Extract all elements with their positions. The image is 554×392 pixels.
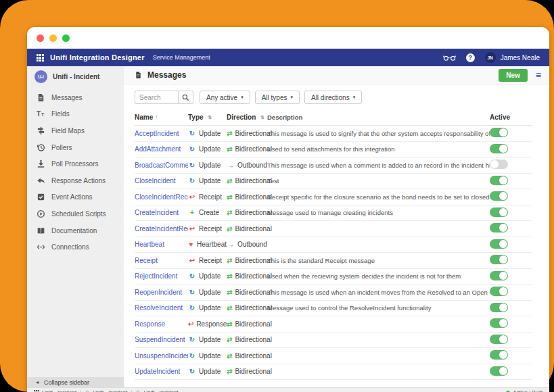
fields-icon — [37, 109, 45, 118]
direction-label: Bidirectional — [235, 320, 271, 328]
glasses-icon[interactable] — [443, 53, 456, 62]
message-name-link[interactable]: ReopenIncident — [135, 289, 182, 296]
bidirectional-icon: ⇄ — [227, 177, 232, 185]
message-name-link[interactable]: Receipt — [135, 257, 158, 264]
direction-label: Bidirectional — [235, 225, 271, 232]
active-toggle[interactable] — [490, 223, 508, 232]
message-name-link[interactable]: CreateIncident — [135, 209, 179, 216]
message-name-link[interactable]: AddAttachment — [135, 145, 181, 153]
footer-pinned-item[interactable]: Unifi - Incident — [85, 389, 127, 392]
filter-label: All directions — [311, 94, 350, 101]
direction-label: Bidirectional — [235, 257, 271, 264]
toggle-knob — [499, 335, 507, 343]
active-toggle[interactable] — [490, 207, 508, 217]
update-icon: ↻ — [188, 272, 196, 280]
toggle-knob — [499, 255, 507, 264]
description-text: This message is used when a comment is a… — [267, 162, 490, 169]
active-toggle[interactable] — [490, 144, 508, 153]
column-header-direction[interactable]: Direction⇅ — [227, 114, 267, 121]
maximize-window-button[interactable] — [62, 34, 70, 42]
minimize-window-button[interactable] — [49, 34, 57, 42]
message-name-link[interactable]: UnsuspendIncident — [135, 352, 188, 360]
message-name-link[interactable]: AcceptIncident — [135, 130, 179, 137]
message-name-link[interactable]: CloseIncidentReceipt — [135, 193, 188, 201]
sidebar: U-I Unifi - Incident Messages Fields Fie… — [27, 66, 124, 387]
sidebar-item-field-maps[interactable]: Field Maps — [27, 122, 124, 139]
update-icon: ↻ — [188, 336, 196, 343]
chevron-down-icon: ▾ — [353, 95, 356, 100]
table-row: CreateIncident + Create ⇄ Bidirectional … — [135, 205, 532, 222]
message-name-link[interactable]: SuspendIncident — [135, 336, 185, 343]
sidebar-item-connections[interactable]: Connections — [27, 239, 124, 255]
sidebar-item-event-actions[interactable]: Event Actions — [27, 189, 124, 206]
table-row: SuspendIncident ↻ Update ⇄ Bidirectional — [135, 333, 532, 349]
new-button[interactable]: New — [499, 69, 528, 82]
sidebar-item-messages[interactable]: Messages — [27, 89, 124, 106]
direction-label: Bidirectional — [235, 289, 271, 296]
table-row: ReopenIncident ↻ Update ⇄ Bidirectional … — [135, 285, 532, 301]
sidebar-item-label: Messages — [51, 94, 83, 101]
filter-toolbar: Any active ▾ All types ▾ All directions … — [124, 84, 549, 109]
type-label: Update — [199, 352, 221, 360]
app-title: Unifi Integration Designer — [50, 53, 145, 62]
close-window-button[interactable] — [37, 34, 44, 42]
sidebar-item-label: Field Maps — [51, 127, 85, 134]
search-button[interactable] — [178, 91, 193, 104]
active-toggle[interactable] — [490, 255, 508, 264]
sidebar-item-scheduled-scripts[interactable]: Scheduled Scripts — [27, 205, 124, 222]
toggle-knob — [499, 287, 507, 295]
active-toggle[interactable] — [490, 287, 508, 296]
messages-page-icon — [135, 71, 142, 79]
user-menu[interactable]: JN James Neale — [485, 52, 540, 63]
description-text: Test — [267, 177, 490, 185]
sidebar-item-response-actions[interactable]: Response Actions — [27, 172, 124, 189]
toggle-knob — [499, 192, 507, 200]
message-name-link[interactable]: UpdateIncident — [135, 368, 180, 375]
active-toggle[interactable] — [490, 191, 508, 201]
sidebar-item-label: Response Actions — [51, 177, 106, 185]
message-name-link[interactable]: Heartbeat — [135, 241, 164, 248]
description-text: Receipt specific for the closure scenari… — [267, 193, 490, 201]
footer-item-label: Unifi - Incident — [143, 389, 178, 392]
description-text: Used when the recieving system decides t… — [267, 272, 490, 280]
update-icon: ↻ — [188, 304, 196, 312]
message-name-link[interactable]: ResolveIncident — [135, 304, 183, 312]
message-name-link[interactable]: Response — [135, 320, 165, 328]
sidebar-item-documentation[interactable]: Documentation — [27, 222, 124, 239]
column-header-type[interactable]: Type⇅ — [188, 114, 227, 121]
menu-icon[interactable]: ≡ — [536, 70, 541, 80]
message-name-link[interactable]: CreateIncidentReceipt — [135, 225, 188, 232]
download-icon — [37, 160, 45, 168]
table-row: UpdateIncident ↻ Update ⇄ Bidirectional — [135, 364, 532, 381]
filter-dropdown-any-active[interactable]: Any active ▾ — [200, 91, 250, 104]
active-toggle[interactable] — [490, 318, 508, 328]
message-name-link[interactable]: RejectIncident — [135, 272, 177, 280]
app-launcher-grid-icon[interactable] — [37, 54, 44, 62]
sidebar-item-poll-processors[interactable]: Poll Processors — [27, 155, 124, 172]
toggle-knob — [499, 351, 507, 359]
chevron-down-icon: ▾ — [290, 95, 293, 100]
footer-pinned-item[interactable]: Unifi - Incident — [135, 389, 178, 392]
collapse-sidebar-button[interactable]: ◂ Collapse sidebar — [27, 377, 124, 387]
active-toggle[interactable] — [490, 271, 508, 280]
sidebar-item-pollers[interactable]: Pollers — [27, 139, 124, 156]
active-toggle[interactable] — [490, 160, 508, 169]
active-toggle[interactable] — [490, 335, 508, 344]
sidebar-item-fields[interactable]: Fields — [27, 106, 124, 123]
message-name-link[interactable]: CloseIncident — [135, 177, 176, 185]
message-name-link[interactable]: BroadcastComment — [135, 162, 188, 169]
column-header-name[interactable]: Name↑ — [135, 114, 188, 121]
filter-dropdown-all-types[interactable]: All types ▾ — [255, 91, 300, 104]
active-toggle[interactable] — [490, 176, 508, 185]
help-icon[interactable]: ? — [466, 53, 475, 62]
active-toggle[interactable] — [490, 128, 508, 137]
workspace-header[interactable]: U-I Unifi - Incident — [27, 66, 124, 87]
active-toggle[interactable] — [490, 303, 508, 312]
active-toggle[interactable] — [490, 366, 508, 376]
filter-dropdown-all-directions[interactable]: All directions ▾ — [304, 91, 362, 104]
active-toggle[interactable] — [490, 239, 508, 249]
active-toggle[interactable] — [490, 350, 508, 360]
search-input[interactable] — [135, 91, 178, 104]
footer-separator: | — [131, 389, 132, 392]
footer-pinned-item[interactable]: Unifi - Incident — [34, 389, 76, 392]
